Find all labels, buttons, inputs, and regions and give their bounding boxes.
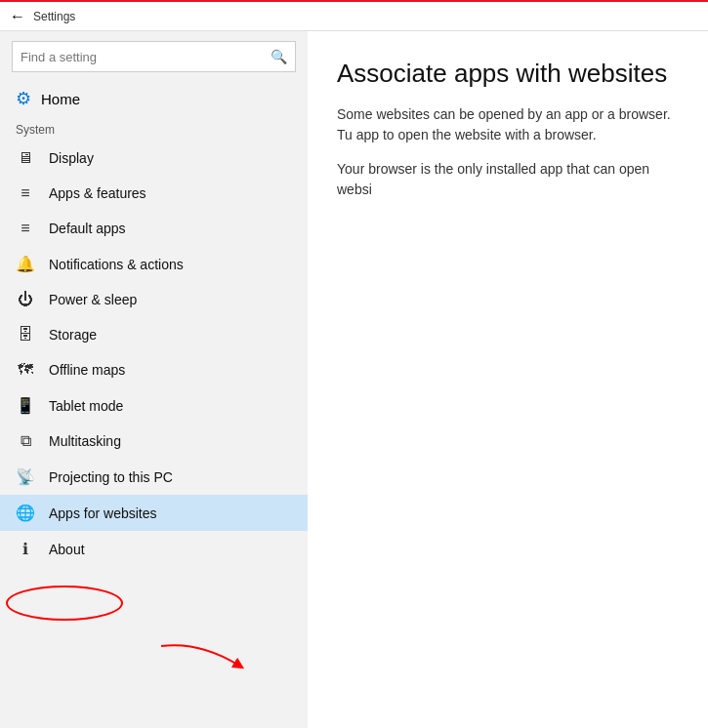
search-icon: 🔍 — [271, 49, 287, 64]
home-label: Home — [41, 91, 80, 107]
sidebar-scroll[interactable]: 🖥 Display ≡ Apps & features ≡ Default ap… — [0, 141, 308, 728]
sidebar-item-projecting[interactable]: 📡 Projecting to this PC — [0, 459, 308, 495]
sidebar-item-notifications[interactable]: 🔔 Notifications & actions — [0, 246, 308, 282]
sidebar-item-label: About — [49, 542, 85, 557]
content-description: Some websites can be opened by an app or… — [337, 104, 679, 145]
sidebar-item-label: Apps for websites — [49, 506, 157, 521]
main-layout: 🔍 ⚙ Home System 🖥 Display ≡ Apps & featu… — [0, 31, 708, 728]
sidebar-item-storage[interactable]: 🗄 Storage — [0, 317, 308, 352]
search-input[interactable] — [21, 50, 271, 64]
sidebar-item-offline-maps[interactable]: 🗺 Offline maps — [0, 352, 308, 387]
content-area: Associate apps with websites Some websit… — [308, 31, 708, 728]
projecting-icon: 📡 — [16, 467, 35, 486]
apps-websites-icon: 🌐 — [16, 504, 35, 522]
content-title: Associate apps with websites — [337, 59, 679, 89]
sidebar-item-default-apps[interactable]: ≡ Default apps — [0, 211, 308, 246]
sidebar-item-label: Multitasking — [49, 433, 121, 449]
notifications-icon: 🔔 — [16, 255, 35, 273]
sidebar-item-tablet-mode[interactable]: 📱 Tablet mode — [0, 387, 308, 424]
sidebar-item-label: Display — [49, 150, 94, 166]
section-label-system: System — [0, 117, 308, 141]
gear-icon: ⚙ — [16, 88, 31, 109]
title-bar-title: Settings — [33, 10, 75, 23]
sidebar-item-label: Projecting to this PC — [49, 469, 173, 485]
sidebar-item-display[interactable]: 🖥 Display — [0, 141, 308, 176]
sidebar-item-label: Storage — [49, 327, 97, 343]
sidebar-item-label: Notifications & actions — [49, 257, 184, 272]
multitasking-icon: ⧉ — [16, 432, 35, 450]
sidebar-item-about[interactable]: ℹ About — [0, 531, 308, 567]
title-bar: ← Settings — [0, 0, 708, 31]
apps-features-icon: ≡ — [16, 184, 35, 202]
sidebar-item-multitasking[interactable]: ⧉ Multitasking — [0, 424, 308, 459]
display-icon: 🖥 — [16, 149, 35, 167]
sidebar: 🔍 ⚙ Home System 🖥 Display ≡ Apps & featu… — [0, 31, 308, 728]
search-box[interactable]: 🔍 — [12, 41, 296, 72]
sidebar-item-home[interactable]: ⚙ Home — [0, 80, 308, 117]
sidebar-item-label: Offline maps — [49, 362, 125, 378]
sidebar-item-apps-websites[interactable]: 🌐 Apps for websites — [0, 495, 308, 531]
storage-icon: 🗄 — [16, 326, 35, 344]
maps-icon: 🗺 — [16, 361, 35, 379]
tablet-icon: 📱 — [16, 396, 35, 415]
sidebar-item-label: Tablet mode — [49, 398, 123, 414]
sidebar-item-label: Default apps — [49, 221, 126, 236]
about-icon: ℹ — [16, 540, 35, 558]
back-button[interactable]: ← — [10, 8, 25, 25]
power-icon: ⏻ — [16, 291, 35, 308]
sidebar-item-label: Apps & features — [49, 185, 146, 201]
sidebar-item-power-sleep[interactable]: ⏻ Power & sleep — [0, 282, 308, 317]
content-note: Your browser is the only installed app t… — [337, 159, 679, 200]
sidebar-item-label: Power & sleep — [49, 292, 137, 307]
sidebar-item-apps-features[interactable]: ≡ Apps & features — [0, 176, 308, 211]
default-apps-icon: ≡ — [16, 220, 35, 237]
